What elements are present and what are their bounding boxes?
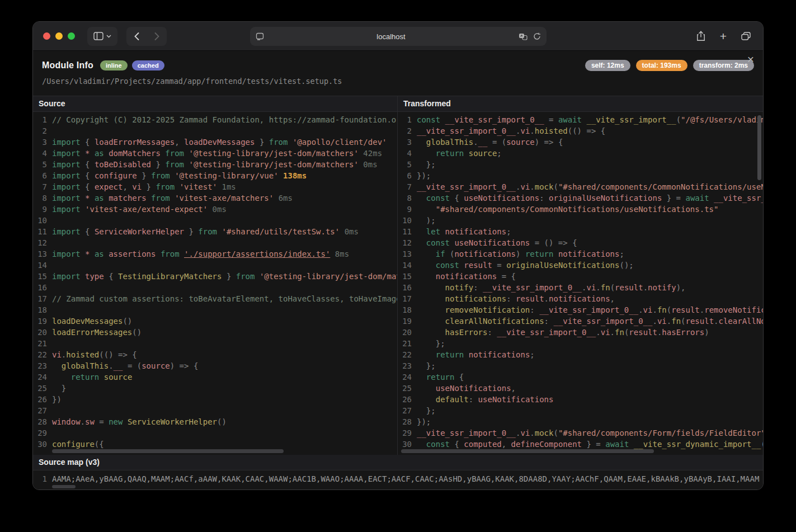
line-number: 19: [398, 316, 417, 327]
line-number: 18: [33, 304, 52, 316]
sourcemap-mappings: AAMA;AAeA,yBAAG,QAAQ,MAAM;AACf,aAAW,KAAK…: [52, 473, 759, 484]
line-number: 24: [398, 371, 417, 383]
code-text: };: [417, 338, 445, 349]
code-text: __vite_ssr_import_0__.vi.hoisted(() => {: [417, 125, 605, 136]
code-line: 11 let notifications;: [398, 226, 763, 237]
code-text: vi.hoisted(() => {: [52, 349, 137, 360]
code-line: 19 clearAllNotifications: __vite_ssr_imp…: [398, 316, 763, 327]
line-number: 30: [398, 439, 417, 450]
line-number: 3: [33, 136, 52, 148]
code-text: window.sw = new ServiceWorkerHelper(): [52, 416, 227, 427]
navigation-buttons: [126, 27, 167, 46]
code-text: import { loadErrorMessages, loadDevMessa…: [52, 136, 387, 148]
code-line: 18: [33, 304, 397, 316]
minimize-window-button[interactable]: [55, 32, 63, 40]
zoom-window-button[interactable]: [68, 32, 75, 40]
back-button[interactable]: [126, 27, 147, 46]
sidebar-toggle-button[interactable]: [87, 27, 117, 46]
line-number: 13: [33, 248, 52, 260]
code-text: notify: __vite_ssr_import_0__.vi.fn(resu…: [417, 282, 686, 293]
code-line: 26 default: useNotifications: [398, 394, 763, 405]
code-line: 16 notify: __vite_ssr_import_0__.vi.fn(r…: [398, 282, 763, 293]
code-line: 9 "#shared/components/CommonNotification…: [398, 204, 763, 215]
close-window-button[interactable]: [43, 32, 50, 40]
code-line: 1// Copyright (C) 2012-2025 Zammad Found…: [33, 114, 397, 125]
sidebar-icon: [93, 32, 103, 40]
code-text: return {: [417, 371, 464, 383]
code-line: 5import { toBeDisabled } from '@testing-…: [33, 159, 397, 170]
source-horizontal-scrollbar[interactable]: [52, 449, 284, 453]
line-number: 11: [33, 226, 52, 237]
page-title: Module Info: [42, 60, 93, 70]
translate-icon[interactable]: [519, 33, 527, 40]
line-number: 13: [398, 248, 417, 260]
code-text: const useNotifications = () => {: [417, 237, 577, 248]
line-number: 21: [33, 338, 52, 349]
line-number: 15: [33, 271, 52, 282]
address-bar[interactable]: localhost: [250, 27, 547, 46]
line-number: 9: [398, 204, 417, 215]
line-number: 22: [33, 349, 52, 360]
line-number: 26: [398, 394, 417, 405]
line-number: 10: [33, 215, 52, 226]
line-number: 10: [398, 215, 417, 226]
code-text: hasErrors: __vite_ssr_import_0__.vi.fn(r…: [417, 327, 709, 338]
new-tab-button[interactable]: +: [720, 30, 727, 42]
close-icon[interactable]: ×: [747, 53, 754, 65]
reload-icon[interactable]: [533, 32, 541, 40]
line-number: 15: [398, 271, 417, 282]
line-number: 21: [398, 338, 417, 349]
code-text: const result = originalUseNotifications(…: [417, 260, 634, 271]
code-line: 7__vite_ssr_import_0__.vi.mock("#shared/…: [398, 181, 763, 192]
code-text: default: useNotifications: [417, 394, 553, 405]
module-link[interactable]: './support/assertions/index.ts': [184, 249, 330, 258]
code-text: import * as matchers from 'vitest-axe/ma…: [52, 192, 293, 204]
line-number: 6: [33, 170, 52, 181]
code-panels: Source 1// Copyright (C) 2012-2025 Zamma…: [33, 96, 763, 455]
line-number: 26: [33, 394, 52, 405]
code-line: 30 const { computed, defineComponent } =…: [398, 439, 763, 450]
self-time-badge: self: 12ms: [585, 60, 630, 71]
code-line: 2: [33, 125, 397, 136]
line-number: 12: [398, 237, 417, 248]
sourcemap-horizontal-scrollbar[interactable]: [52, 485, 76, 488]
code-text: }: [52, 383, 66, 394]
line-number: 4: [33, 148, 52, 159]
transformed-horizontal-scrollbar[interactable]: [401, 449, 654, 453]
code-line: 18 removeNotification: __vite_ssr_import…: [398, 304, 763, 316]
line-number: 28: [398, 416, 417, 427]
code-line: 22vi.hoisted(() => {: [33, 349, 397, 360]
code-text: import { expect, vi } from 'vitest' 1ms: [52, 181, 236, 192]
code-text: globalThis.__ = (source) => {: [52, 360, 198, 371]
url-text[interactable]: localhost: [264, 32, 519, 41]
line-number: 16: [33, 282, 52, 293]
code-text: });: [417, 416, 431, 427]
chevron-down-icon: [106, 35, 111, 38]
code-line: 29__vite_ssr_import_0__.vi.mock("#shared…: [398, 427, 763, 439]
window-controls: [43, 32, 75, 40]
code-text: useNotifications,: [417, 383, 516, 394]
line-number: 17: [398, 293, 417, 304]
transformed-code-area: 1const __vite_ssr_import_0__ = await __v…: [398, 112, 763, 455]
line-number: 22: [398, 349, 417, 360]
line-number: 1: [33, 473, 52, 484]
code-text: return source: [52, 371, 132, 383]
code-text: loadDevMessages(): [52, 316, 132, 327]
transformed-panel-title: Transformed: [398, 96, 763, 112]
line-number: 25: [33, 383, 52, 394]
browser-window: localhost: [32, 21, 764, 490]
code-text: "#shared/components/CommonNotifications/…: [417, 204, 718, 215]
code-text: );: [417, 215, 436, 226]
code-line: 15import type { TestingLibraryMatchers }…: [33, 271, 397, 282]
code-text: removeNotification: __vite_ssr_import_0_…: [417, 304, 763, 316]
forward-button[interactable]: [147, 27, 167, 46]
sourcemap-section: 1 AAMA;AAeA,yBAAG,QAAQ,MAAM;AACf,aAAW,KA…: [33, 470, 763, 490]
code-line: 27: [33, 405, 397, 416]
code-text: if (notifications) return notifications;: [417, 248, 624, 260]
code-line: 26}): [33, 394, 397, 405]
code-line: 13 if (notifications) return notificatio…: [398, 248, 763, 260]
tab-overview-icon[interactable]: [741, 32, 751, 40]
line-number: 29: [398, 427, 417, 439]
share-icon[interactable]: [696, 31, 705, 41]
transformed-vertical-scrollbar[interactable]: [757, 115, 761, 180]
